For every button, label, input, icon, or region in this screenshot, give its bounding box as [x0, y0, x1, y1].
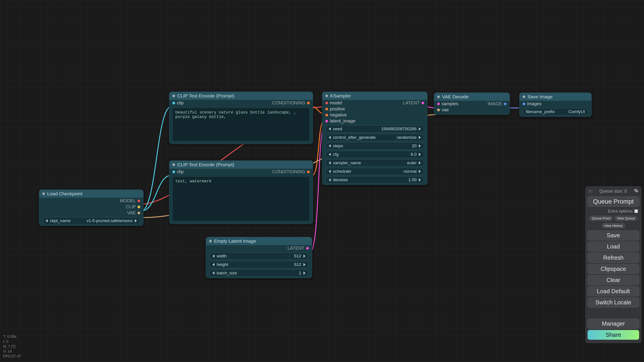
triangle-right-icon — [419, 161, 421, 164]
save-button[interactable]: Save — [588, 230, 639, 240]
triangle-right-icon — [304, 263, 306, 266]
input-negative[interactable]: negative — [325, 112, 347, 117]
widget-batch-size[interactable]: batch_size1 — [209, 270, 309, 277]
clipspace-button[interactable]: Clipspace — [588, 264, 639, 274]
widget-filename-prefix[interactable]: filename_prefixComfyUI — [522, 108, 588, 115]
output-conditioning[interactable]: CONDITIONING — [272, 169, 310, 174]
manager-button[interactable]: Manager — [588, 319, 639, 329]
queue-prompt-button[interactable]: Queue Prompt — [588, 196, 639, 207]
triangle-left-icon — [212, 272, 214, 275]
node-save-image[interactable]: Save Image images filename_prefixComfyUI — [519, 92, 592, 117]
triangle-right-icon — [135, 219, 137, 222]
triangle-left-icon — [46, 219, 48, 222]
triangle-left-icon — [329, 127, 331, 130]
node-vae-decode[interactable]: VAE Decode samplesIMAGE vae — [434, 92, 510, 115]
output-clip[interactable]: CLIP — [126, 204, 140, 209]
node-title[interactable]: VAE Decode — [434, 93, 510, 101]
triangle-left-icon — [212, 263, 214, 266]
widget-denoise[interactable]: denoise1.00 — [325, 176, 424, 183]
input-clip[interactable]: clip — [172, 100, 184, 105]
port-dot-icon — [172, 102, 175, 104]
title-text: KSampler — [330, 93, 351, 98]
widget-steps[interactable]: steps20 — [325, 142, 424, 149]
widget-control-after-generate[interactable]: control_after_generaterandomize — [325, 134, 424, 141]
triangle-right-icon — [419, 136, 421, 139]
load-button[interactable]: Load — [588, 242, 639, 252]
port-dot-icon — [422, 102, 424, 104]
gear-icon[interactable] — [634, 188, 638, 194]
title-text: Save Image — [528, 94, 552, 99]
prompt-textarea[interactable]: text, watermark — [172, 177, 310, 221]
triangle-left-icon — [329, 136, 331, 139]
node-title[interactable]: Load Checkpoint — [39, 190, 143, 198]
widget-value: v1-5-pruned.safetensors — [86, 218, 132, 223]
node-title[interactable]: Empty Latent Image — [206, 237, 312, 245]
triangle-right-icon — [419, 144, 421, 147]
widget-width[interactable]: width512 — [209, 253, 309, 260]
port-dot-icon — [172, 170, 175, 173]
output-conditioning[interactable]: CONDITIONING — [272, 100, 310, 105]
triangle-right-icon — [304, 255, 306, 258]
input-clip[interactable]: clip — [172, 169, 184, 174]
widget-ckpt-name[interactable]: ckpt_name v1-5-pruned.safetensors — [42, 217, 140, 224]
queue-front-button[interactable]: Queue Front — [589, 216, 613, 221]
input-positive[interactable]: positive — [325, 106, 345, 111]
output-latent[interactable]: LATENT — [288, 246, 309, 251]
prompt-textarea[interactable]: beautiful scenery nature glass bottle la… — [172, 108, 310, 141]
input-latent-image[interactable]: latent_image — [325, 118, 356, 124]
title-text: CLIP Text Encode (Prompt) — [177, 93, 234, 98]
load-default-button[interactable]: Load Default — [588, 286, 639, 296]
node-title[interactable]: Save Image — [520, 93, 592, 101]
output-latent[interactable]: LATENT — [403, 100, 424, 105]
switch-locale-button[interactable]: Switch Locale — [588, 298, 639, 308]
port-dot-icon — [437, 103, 440, 105]
triangle-right-icon — [419, 170, 421, 173]
input-model[interactable]: model — [325, 100, 342, 105]
triangle-left-icon — [329, 170, 331, 173]
refresh-button[interactable]: Refresh — [588, 253, 639, 263]
node-empty-latent[interactable]: Empty Latent Image LATENT width512 heigh… — [206, 237, 312, 278]
drag-handle-icon[interactable] — [588, 190, 592, 192]
widget-label: ckpt_name — [50, 218, 71, 223]
port-dot-icon — [138, 206, 140, 208]
triangle-right-icon — [304, 272, 306, 275]
output-vae[interactable]: VAE — [127, 210, 140, 215]
port-dot-icon — [307, 170, 310, 173]
extra-options-checkbox[interactable] — [634, 209, 638, 213]
node-title[interactable]: CLIP Text Encode (Prompt) — [169, 161, 313, 169]
output-model[interactable]: MODEL — [120, 198, 140, 203]
port-dot-icon — [504, 103, 506, 105]
widget-sampler-name[interactable]: sampler_nameeuler — [325, 159, 424, 166]
triangle-right-icon — [419, 127, 421, 130]
side-panel[interactable]: Queue size: 0 Queue Prompt Extra options… — [586, 186, 641, 343]
widget-cfg[interactable]: cfg8.0 — [325, 151, 424, 158]
node-title[interactable]: KSampler — [322, 92, 427, 100]
view-history-button[interactable]: View History — [602, 223, 625, 228]
port-dot-icon — [306, 247, 309, 250]
port-dot-icon — [325, 108, 328, 110]
title-text: Empty Latent Image — [214, 238, 256, 244]
node-canvas[interactable]: Load Checkpoint MODEL CLIP VAE ckpt_name… — [0, 0, 644, 362]
widget-seed[interactable]: seed156680208700286 — [325, 125, 424, 132]
clear-button[interactable]: Clear — [588, 275, 639, 285]
share-button[interactable]: Share — [588, 330, 639, 340]
input-samples[interactable]: samples — [437, 101, 458, 106]
extra-options-label: Extra options — [608, 209, 632, 214]
title-text: Load Checkpoint — [47, 191, 82, 196]
node-ksampler[interactable]: KSampler modelLATENT positive negative l… — [322, 92, 428, 185]
node-load-checkpoint[interactable]: Load Checkpoint MODEL CLIP VAE ckpt_name… — [39, 189, 144, 226]
port-dot-icon — [138, 200, 140, 202]
node-title[interactable]: CLIP Text Encode (Prompt) — [169, 92, 313, 100]
view-queue-button[interactable]: View Queue — [614, 216, 637, 221]
input-vae[interactable]: vae — [437, 107, 449, 112]
node-clip-encode-negative[interactable]: CLIP Text Encode (Prompt) clip CONDITION… — [169, 160, 313, 224]
port-dot-icon — [307, 102, 310, 104]
widget-height[interactable]: height512 — [209, 261, 309, 268]
widget-scheduler[interactable]: schedulernormal — [325, 168, 424, 175]
port-dot-icon — [437, 109, 440, 111]
output-image[interactable]: IMAGE — [488, 101, 506, 106]
queue-size-label: Queue size: 0 — [599, 189, 627, 194]
input-images[interactable]: images — [522, 101, 541, 106]
node-clip-encode-positive[interactable]: CLIP Text Encode (Prompt) clip CONDITION… — [169, 92, 313, 144]
triangle-right-icon — [419, 178, 421, 181]
